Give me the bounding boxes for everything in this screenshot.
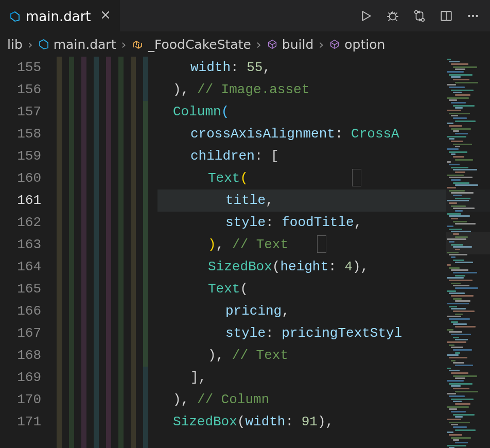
crumb-label: main.dart: [54, 37, 116, 52]
code-line[interactable]: ), // Text: [157, 344, 490, 367]
chevron-right-icon: ›: [319, 37, 324, 52]
code-line[interactable]: style: foodTitle,: [157, 212, 490, 234]
code-line[interactable]: style: pricingTextStyl: [157, 322, 490, 344]
svg-point-5: [468, 15, 470, 17]
bug-icon[interactable]: [386, 9, 399, 23]
cube-icon: [267, 39, 278, 50]
chevron-right-icon: ›: [28, 37, 33, 52]
svg-point-6: [472, 15, 474, 17]
code-line[interactable]: SizedBox(height: 4),: [157, 256, 490, 278]
code-line[interactable]: SizedBox(width: 91),: [157, 411, 490, 433]
crumb-label: _FoodCakeState: [148, 37, 251, 52]
class-icon: [131, 38, 144, 50]
git-compare-icon[interactable]: [413, 9, 426, 23]
crumb-main-dart[interactable]: main.dart: [38, 37, 116, 52]
dart-file-icon: [9, 11, 21, 22]
code-line[interactable]: Text(: [157, 278, 490, 300]
dart-file-icon: [38, 39, 49, 50]
crumb-label: option: [344, 37, 385, 52]
svg-point-0: [390, 13, 396, 20]
more-icon[interactable]: [466, 9, 480, 23]
crumb-foodcakestate[interactable]: _FoodCakeState: [131, 37, 251, 52]
editor-area[interactable]: 1551561571581591601611621631641651661671…: [0, 57, 490, 448]
close-icon[interactable]: [100, 10, 111, 23]
chevron-right-icon: ›: [256, 37, 261, 52]
line-number-gutter: 1551561571581591601611621631641651661671…: [0, 57, 50, 448]
code-content[interactable]: width: 55,), // Image.assetColumn(crossA…: [157, 57, 490, 448]
code-line[interactable]: width: 55,: [157, 57, 490, 79]
code-line[interactable]: Column(: [157, 101, 490, 123]
code-line[interactable]: children: [: [157, 145, 490, 167]
svg-point-7: [476, 15, 478, 17]
code-line[interactable]: title,: [157, 189, 490, 212]
code-line[interactable]: Text(: [157, 167, 490, 189]
cube-icon: [329, 39, 340, 50]
breadcrumb[interactable]: lib › main.dart › _FoodCakeState › build…: [0, 32, 490, 57]
run-icon[interactable]: [359, 9, 373, 23]
crumb-label: build: [282, 37, 313, 52]
code-line[interactable]: ), // Image.asset: [157, 79, 490, 101]
tab-bar: main.dart: [0, 0, 490, 32]
code-line[interactable]: crossAxisAlignment: CrossA: [157, 123, 490, 145]
crumb-option[interactable]: option: [329, 37, 385, 52]
crumb-label: lib: [7, 37, 23, 52]
editor-tab-main-dart[interactable]: main.dart: [0, 0, 120, 31]
crumb-build[interactable]: build: [267, 37, 313, 52]
editor-toolbar: [359, 0, 480, 32]
code-line[interactable]: ), // Text: [157, 234, 490, 256]
code-line[interactable]: ],: [157, 367, 490, 389]
indent-guide-region: [50, 57, 157, 448]
chevron-right-icon: ›: [121, 37, 126, 52]
split-editor-icon[interactable]: [440, 9, 453, 23]
minimap[interactable]: [446, 57, 490, 448]
tab-label: main.dart: [26, 9, 91, 24]
crumb-lib[interactable]: lib: [7, 37, 23, 52]
code-line[interactable]: ), // Column: [157, 389, 490, 411]
code-line[interactable]: pricing,: [157, 300, 490, 322]
